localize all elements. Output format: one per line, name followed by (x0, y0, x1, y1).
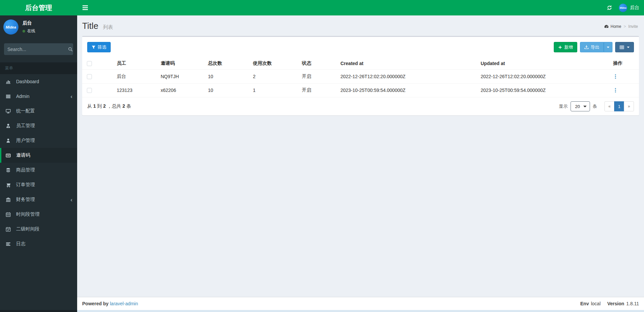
menu-header: 菜单 (0, 62, 77, 74)
add-button[interactable]: 新增 (554, 42, 577, 52)
row-checkbox[interactable] (87, 88, 92, 93)
env-label: Env (580, 301, 589, 306)
pagination-page-1[interactable]: 1 (614, 101, 624, 111)
sidebar-item-logs[interactable]: 日志 (0, 237, 77, 251)
pagination-next-button[interactable]: » (624, 101, 634, 111)
column-header-staff: 员工 (114, 57, 158, 70)
search-input[interactable] (7, 47, 68, 52)
content-area: Title 列表 Home > Invite 筛选 (77, 15, 644, 312)
brand-logo[interactable]: 后台管理 (0, 0, 77, 15)
per-page-unit: 条 (593, 103, 597, 109)
sidebar: Midea 后台 在线 菜单 Dashboard Admin ‹ (0, 15, 77, 312)
caret-down-icon (627, 47, 630, 48)
column-header-used: 使用次数 (250, 57, 299, 70)
cell-used: 1 (250, 84, 299, 97)
laravel-admin-link[interactable]: laravel-admin (110, 301, 138, 306)
sidebar-item-product-management[interactable]: 商品管理 (0, 163, 77, 177)
version-value: 1.8.11 (626, 301, 639, 306)
pagination-prev-button[interactable]: « (604, 101, 614, 111)
sidebar-item-staff-management[interactable]: 员工管理 (0, 118, 77, 133)
records-summary: 从 1 到 2 ，总共 2 条 (87, 103, 131, 109)
sidebar-item-secondary-timeslot[interactable]: 二级时间段 (0, 222, 77, 237)
sidebar-item-dashboard[interactable]: Dashboard (0, 74, 77, 89)
user-name: 后台 (630, 5, 639, 11)
powered-by-label: Powered by (82, 301, 109, 306)
row-actions-menu[interactable] (613, 88, 636, 93)
sidebar-item-finance-management[interactable]: 财务管理 ‹ (0, 192, 77, 207)
breadcrumb-home-link[interactable]: Home (604, 24, 621, 29)
desktop-icon (6, 109, 13, 114)
sidebar-search (4, 43, 73, 55)
table-row: 后台 NQ9TJH 10 2 开启 2022-12-26T12:02:20.00… (82, 70, 639, 84)
cell-invite-code: NQ9TJH (158, 70, 205, 84)
sidebar-user-status: 在线 (22, 28, 35, 34)
top-navbar: 后台管理 Midea 后台 (0, 0, 644, 15)
sidebar-bottom-strip (0, 310, 77, 312)
row-checkbox[interactable] (87, 74, 92, 79)
breadcrumb: Home > Invite (604, 24, 638, 29)
sidebar-item-invite-code[interactable]: 邀请码 (0, 148, 77, 163)
cell-updated-at: 2022-12-26T12:02:20.000000Z (478, 70, 610, 84)
user-menu[interactable]: Midea 后台 (619, 4, 639, 12)
table-header-row: 员工 邀请码 总次数 使用次数 状态 Created at Updated at… (82, 57, 639, 70)
sidebar-item-user-management[interactable]: 用户管理 (0, 133, 77, 148)
database-icon (6, 168, 13, 173)
keyboard-icon (6, 153, 13, 158)
column-header-total: 总次数 (205, 57, 250, 70)
caret-down-icon (607, 47, 609, 48)
dashboard-gauge-icon (604, 24, 609, 29)
chevron-left-icon: ‹ (70, 94, 72, 99)
bar-chart-icon (6, 79, 13, 84)
table-grid-icon (620, 45, 624, 50)
per-page-select[interactable]: 20 (571, 101, 590, 111)
log-lines-icon (6, 242, 13, 247)
cell-total: 10 (205, 70, 250, 84)
main-footer: Powered by laravel-admin Env local Versi… (77, 297, 644, 310)
online-status-icon (22, 30, 25, 33)
cell-created-at: 2023-10-25T00:59:54.000000Z (338, 84, 478, 97)
window-bottom-strip (77, 310, 644, 312)
cell-status: 开启 (299, 84, 338, 97)
select-all-checkbox[interactable] (87, 61, 92, 66)
hamburger-icon (83, 5, 88, 10)
grid-box: 筛选 新增 导出 (82, 36, 639, 115)
sidebar-user-name: 后台 (22, 20, 35, 26)
column-header-created-at: Created at (338, 57, 478, 70)
user-avatar: Midea (619, 4, 627, 12)
calendar-check-icon (6, 227, 13, 232)
version-label: Version (607, 301, 625, 306)
sidebar-item-admin[interactable]: Admin ‹ (0, 89, 77, 104)
cell-staff: 123123 (114, 84, 158, 97)
user-icon (6, 138, 13, 143)
pagination: « 1 » (604, 101, 634, 111)
cell-used: 2 (250, 70, 299, 84)
refresh-icon[interactable] (607, 5, 612, 10)
page-title: Title (82, 21, 98, 31)
export-button[interactable]: 导出 (580, 42, 604, 52)
sidebar-user-avatar: Midea (3, 19, 18, 35)
user-tie-icon (6, 123, 13, 128)
cell-created-at: 2022-12-26T12:02:20.000000Z (338, 70, 478, 84)
chevron-left-icon: ‹ (70, 197, 72, 203)
sidebar-toggle-button[interactable] (77, 0, 93, 15)
funnel-icon (92, 45, 96, 49)
sidebar-item-order-management[interactable]: 订单管理 (0, 177, 77, 192)
download-icon (584, 45, 589, 49)
cell-staff: 后台 (114, 70, 158, 84)
row-actions-menu[interactable] (613, 74, 636, 79)
table-row: 123123 x62206 10 1 开启 2023-10-25T00:59:5… (82, 84, 639, 97)
column-header-status: 状态 (299, 57, 338, 70)
per-page-label: 显示 (559, 103, 568, 109)
search-icon[interactable] (68, 47, 73, 52)
export-dropdown-toggle[interactable] (604, 42, 612, 52)
filter-button[interactable]: 筛选 (87, 42, 111, 52)
sidebar-item-unified-config[interactable]: 统一配置 (0, 104, 77, 118)
sidebar-item-timeslot-management[interactable]: 时间段管理 (0, 207, 77, 222)
breadcrumb-current: Invite (628, 24, 638, 29)
data-table: 员工 邀请码 总次数 使用次数 状态 Created at Updated at… (82, 57, 639, 97)
cell-status: 开启 (299, 70, 338, 84)
column-selector-button[interactable] (615, 42, 634, 52)
calendar-icon (6, 212, 13, 217)
plus-icon (558, 45, 562, 49)
sidebar-user-panel: Midea 后台 在线 (0, 15, 77, 39)
